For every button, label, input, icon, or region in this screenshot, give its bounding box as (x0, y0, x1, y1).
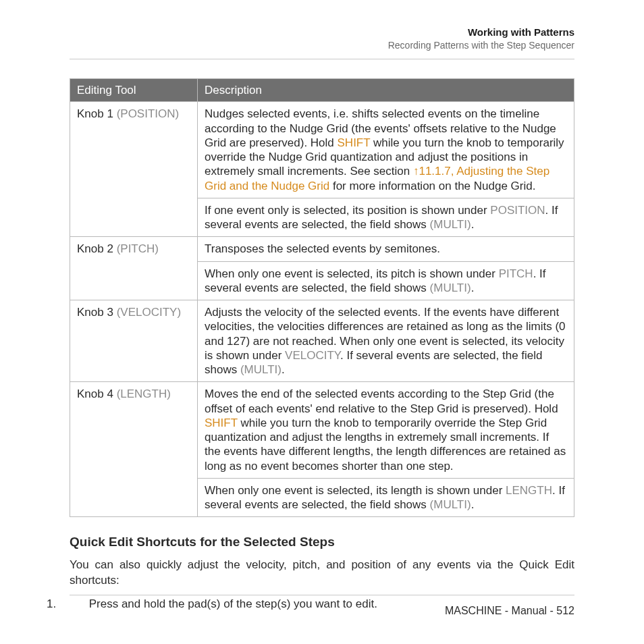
table-row: Knob 3 (VELOCITY) Adjusts the velocity o… (70, 300, 574, 382)
table-row: Knob 4 (LENGTH) Moves the end of the sel… (70, 382, 574, 517)
page-footer: MASCHINE - Manual - 512 (70, 595, 574, 617)
desc-para: When only one event is selected, its pit… (198, 261, 574, 300)
shift-key: SHIFT (338, 136, 371, 149)
desc-para: Moves the end of the selected events acc… (205, 387, 567, 473)
param-label: (PITCH) (117, 242, 159, 255)
knob-label: Knob 2 (77, 242, 113, 255)
desc-cell: Moves the end of the selected events acc… (198, 382, 574, 517)
manual-page: Working with Patterns Recording Patterns… (0, 0, 644, 644)
desc-para: Adjusts the velocity of the selected eve… (205, 305, 567, 377)
shift-key: SHIFT (205, 417, 238, 429)
desc-para: Transposes the selected events by semito… (205, 242, 567, 256)
col-editing-tool: Editing Tool (70, 79, 198, 102)
section-heading: Quick Edit Shortcuts for the Selected St… (70, 535, 574, 549)
header-subtitle: Recording Patterns with the Step Sequenc… (70, 39, 574, 52)
running-header: Working with Patterns Recording Patterns… (70, 26, 574, 59)
knob-label: Knob 3 (77, 306, 113, 319)
param-label: (LENGTH) (117, 387, 171, 400)
param-label: (VELOCITY) (117, 306, 181, 319)
desc-para: When only one event is selected, its len… (198, 478, 574, 517)
desc-para: If one event only is selected, its posit… (198, 198, 574, 237)
desc-cell: Transposes the selected events by semito… (198, 237, 574, 300)
tool-cell: Knob 1 (POSITION) (70, 102, 198, 237)
knob-label: Knob 1 (77, 107, 113, 120)
param-label: (POSITION) (117, 107, 180, 120)
tool-cell: Knob 4 (LENGTH) (70, 382, 198, 517)
col-description: Description (198, 79, 574, 102)
footer-text: MASCHINE - Manual - 512 (445, 605, 574, 616)
table-row: Knob 1 (POSITION) Nudges selected events… (70, 102, 574, 237)
header-title: Working with Patterns (70, 26, 574, 39)
table-row: Knob 2 (PITCH) Transposes the selected e… (70, 237, 574, 300)
editing-tool-table: Editing Tool Description Knob 1 (POSITIO… (70, 78, 574, 517)
page-content: Editing Tool Description Knob 1 (POSITIO… (70, 59, 574, 612)
tool-cell: Knob 3 (VELOCITY) (70, 300, 198, 382)
desc-cell: Adjusts the velocity of the selected eve… (198, 300, 574, 382)
desc-cell: Nudges selected events, i.e. shifts sele… (198, 102, 574, 237)
table-header-row: Editing Tool Description (70, 79, 574, 102)
knob-label: Knob 4 (77, 387, 113, 400)
desc-para: Nudges selected events, i.e. shifts sele… (205, 107, 567, 193)
tool-cell: Knob 2 (PITCH) (70, 237, 198, 300)
section-intro: You can also quickly adjust the velocity… (70, 558, 574, 589)
